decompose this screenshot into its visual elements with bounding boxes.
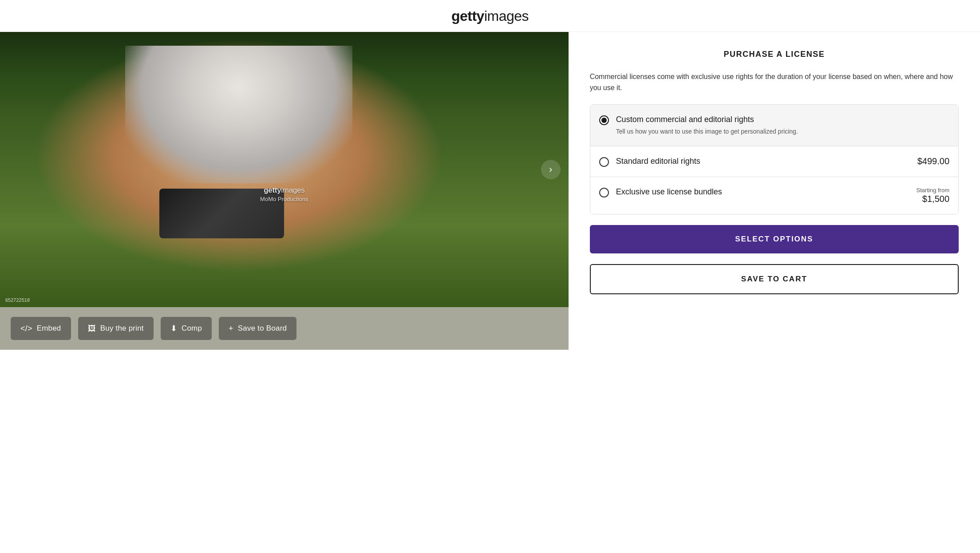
license-name-standard: Standard editorial rights (616, 156, 910, 166)
panel-title: PURCHASE A LICENSE (590, 50, 959, 59)
site-header: gettyimages (0, 0, 980, 32)
comp-button[interactable]: ⬇ Comp (161, 317, 212, 340)
watermark-logo: gettyimages (260, 186, 308, 195)
buy-print-label: Buy the print (100, 324, 144, 333)
image-id: 652722518 (5, 297, 30, 303)
license-info-standard: Standard editorial rights (616, 156, 910, 166)
watermark-credit: MoMo Productions (260, 196, 308, 202)
price-from-exclusive: Starting from (917, 187, 949, 194)
license-name-custom: Custom commercial and editorial rights (616, 115, 949, 125)
purchase-panel: PURCHASE A LICENSE Commercial licenses c… (569, 32, 980, 350)
embed-label: Embed (37, 324, 61, 333)
image-container: gettyimages MoMo Productions › 652722518 (0, 32, 569, 307)
license-name-exclusive: Exclusive use license bundles (616, 187, 909, 197)
site-logo: gettyimages (451, 8, 529, 24)
radio-exclusive (599, 188, 609, 198)
license-info-exclusive: Exclusive use license bundles (616, 187, 909, 197)
panel-description: Commercial licenses come with exclusive … (590, 71, 959, 94)
photo-background (0, 32, 569, 307)
embed-icon: </> (20, 324, 32, 332)
photo-hair (125, 46, 352, 183)
image-section: gettyimages MoMo Productions › 652722518… (0, 32, 569, 350)
license-price-exclusive: Starting from $1,500 (917, 187, 949, 205)
license-options: Custom commercial and editorial rights T… (590, 104, 959, 215)
save-board-button[interactable]: + Save to Board (219, 317, 296, 340)
save-cart-button[interactable]: SAVE TO CART (590, 264, 959, 294)
image-toolbar: </> Embed 🖼 Buy the print ⬇ Comp + Save … (0, 307, 569, 350)
logo-light: images (484, 8, 529, 24)
price-standard: $499.00 (917, 156, 949, 166)
select-options-button[interactable]: SELECT OPTIONS (590, 225, 959, 253)
comp-icon: ⬇ (170, 324, 177, 332)
save-board-icon: + (229, 324, 233, 332)
license-sub-custom: Tell us how you want to use this image t… (616, 127, 949, 136)
radio-custom (599, 115, 609, 125)
radio-standard (599, 157, 609, 167)
main-layout: gettyimages MoMo Productions › 652722518… (0, 32, 980, 350)
license-option-standard[interactable]: Standard editorial rights $499.00 (590, 146, 958, 177)
license-option-custom[interactable]: Custom commercial and editorial rights T… (590, 105, 958, 146)
embed-button[interactable]: </> Embed (11, 317, 71, 340)
license-price-standard: $499.00 (917, 156, 949, 166)
logo-bold: getty (451, 8, 484, 24)
watermark: gettyimages MoMo Productions (260, 186, 308, 202)
buy-print-button[interactable]: 🖼 Buy the print (78, 317, 154, 340)
license-option-exclusive[interactable]: Exclusive use license bundles Starting f… (590, 177, 958, 214)
license-info-custom: Custom commercial and editorial rights T… (616, 115, 949, 136)
comp-label: Comp (182, 324, 202, 333)
next-image-button[interactable]: › (541, 160, 561, 179)
print-icon: 🖼 (88, 324, 96, 332)
save-board-label: Save to Board (238, 324, 287, 333)
price-exclusive: $1,500 (917, 194, 949, 204)
